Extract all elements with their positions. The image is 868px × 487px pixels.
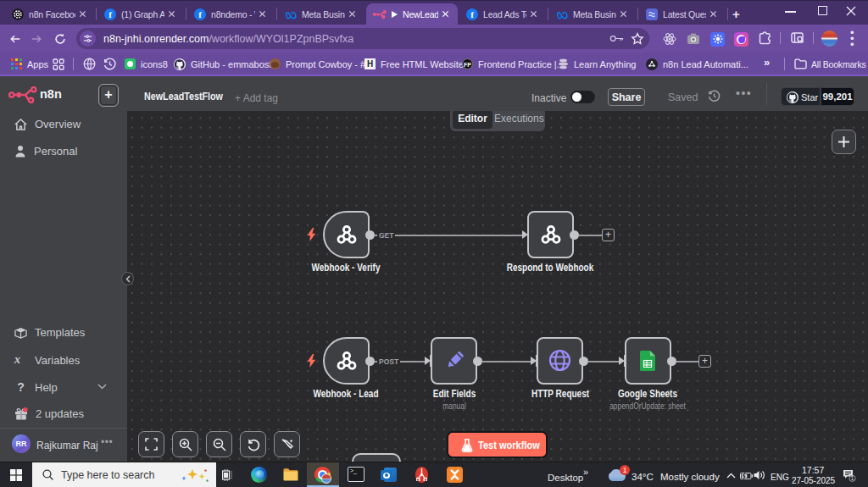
svg-text:1: 1 <box>851 475 854 481</box>
